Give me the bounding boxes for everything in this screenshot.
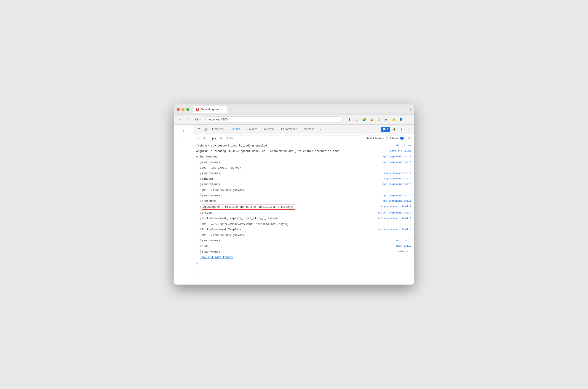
devtools-more-button[interactable]: ⋮ — [398, 126, 405, 132]
show-more-frames-line: Show 234 more frames — [194, 255, 414, 260]
minimize-traffic-light[interactable] — [182, 108, 185, 111]
traffic-lights — [177, 108, 189, 111]
tab-performance[interactable]: Performance — [278, 125, 300, 134]
log-text: [webpack-dev-server] Live Reloading enab… — [196, 144, 392, 148]
console-input[interactable] — [199, 262, 411, 265]
log-source-link[interactable]: app.component.ts:18 — [383, 155, 411, 159]
console-log-line: @(anonymous) app.component.ts:16 — [194, 182, 414, 187]
back-button[interactable]: ← — [177, 116, 183, 123]
log-source-link[interactable]: app.component.html:2 — [381, 205, 411, 209]
sidebar-collapse-button[interactable]: − — [180, 135, 187, 143]
clear-console-button[interactable]: ▷ — [195, 135, 201, 141]
console-log-line: Zone – HTMLInputElement.addEventListener… — [194, 222, 414, 227]
levels-dropdown-icon: ▾ — [383, 137, 385, 140]
tab-favicon: A — [196, 108, 199, 111]
expand-tabs-button[interactable]: ∨ — [409, 108, 411, 111]
log-text: @(anonymous) — [200, 239, 394, 243]
log-text: @(anonymous) — [200, 161, 381, 165]
more-tabs-button[interactable]: » — [317, 128, 323, 131]
highlighted-console-line: @AppComponent_Template_app_button_handle… — [194, 204, 414, 210]
console-log-line: @4431 main.ts:13 — [194, 244, 414, 249]
reload-button[interactable]: ↺ — [193, 116, 199, 123]
cast-button[interactable]: ⚙ — [376, 116, 382, 123]
ban-button[interactable]: ⊘ — [202, 135, 207, 141]
log-text: Angular is running in development mode. … — [196, 149, 389, 154]
issue-button[interactable]: 1 Issue: 1 — [388, 135, 406, 141]
console-log-line: @ButtonComponent_Template button.compone… — [194, 227, 414, 233]
extensions-button[interactable]: 🧩 — [361, 116, 367, 123]
devtools-actions: 💬 1 ⚙ ⋮ × — [381, 126, 412, 132]
devtools-settings-button[interactable]: ⚙ — [391, 126, 397, 132]
profile-button[interactable]: 🔒 — [368, 116, 375, 123]
log-text: @4431 — [200, 244, 394, 248]
tab-console[interactable]: Console — [227, 125, 244, 134]
eye-button[interactable]: 👁 — [219, 135, 224, 141]
inspect-element-button[interactable] — [195, 126, 202, 132]
bookmark-button[interactable]: ☆ — [354, 116, 360, 123]
context-label: top — [210, 137, 214, 140]
badge-count: 1 — [387, 128, 389, 131]
share-button[interactable]: ⬆ — [346, 116, 353, 123]
log-source-link[interactable]: main.js:2 — [398, 250, 411, 254]
console-log-line: @onClick button.component.ts:17 — [194, 210, 414, 216]
address-security-icon: ⓘ — [204, 118, 207, 121]
log-source-link[interactable]: app.component.ts:16 — [383, 194, 411, 198]
context-selector[interactable]: top ▾ — [208, 135, 218, 141]
chat-icon: 💬 — [383, 128, 386, 131]
filter-input[interactable] — [225, 135, 363, 141]
log-source-link[interactable]: app.component.ts:15 — [383, 199, 411, 203]
log-text: @(anonymous) — [200, 171, 382, 176]
console-log-line: @increment app.component.ts:15 — [194, 199, 414, 204]
log-source-link[interactable]: button.component.html:1 — [377, 216, 411, 221]
maximize-traffic-light[interactable] — [186, 108, 189, 111]
log-source-link[interactable]: app.component.ts:4 — [384, 177, 411, 181]
console-log-line: @(anonymous) app.component.ts:4 — [194, 171, 414, 176]
tab-memory[interactable]: Memory — [301, 125, 317, 134]
tab-sources[interactable]: Sources — [244, 125, 261, 134]
sidebar-expand-button[interactable]: + — [180, 127, 187, 135]
devtools-header: Elements Console Sources Network Perform… — [194, 125, 414, 134]
close-traffic-light[interactable] — [177, 108, 180, 111]
issue-count-badge: 1 — [400, 137, 404, 140]
console-log-line: @(anonymous) main.js:2 — [194, 249, 414, 255]
forward-button[interactable]: → — [185, 116, 191, 123]
nav-actions: ⬆ ☆ 🧩 🔒 ⚙ ★ 🔔 👤 ⋮ — [346, 116, 411, 123]
svg-rect-0 — [197, 128, 198, 129]
log-source-link[interactable]: app.component.ts:4 — [384, 171, 411, 176]
console-log-line: @(anonymous) main.ts:15 — [194, 238, 414, 244]
browser-tab[interactable]: A DemoAngular × — [193, 106, 227, 113]
log-source-link[interactable]: app.component.ts:18 — [383, 161, 411, 164]
new-tab-button[interactable]: + — [228, 106, 234, 113]
console-log-line: Zone – setTimeout (async) — [194, 165, 414, 171]
show-more-frames-link[interactable]: Show 234 more frames — [200, 255, 233, 260]
extensions2-button[interactable]: ★ — [383, 116, 389, 123]
console-settings-button[interactable]: ⚙ — [407, 135, 412, 141]
log-source-link[interactable]: button.component.html:1 — [377, 228, 411, 232]
notification-button[interactable]: 🔔 — [390, 116, 397, 123]
default-levels-button[interactable]: Default levels ▾ — [364, 135, 387, 141]
tab-close-button[interactable]: × — [220, 108, 224, 111]
tab-title: DemoAngular — [201, 108, 219, 111]
console-log-line: Zone – Promise.then (async) — [194, 188, 414, 193]
log-source-link[interactable]: main.ts:13 — [396, 244, 411, 248]
tab-network[interactable]: Network — [261, 125, 278, 134]
at-symbol: @ — [200, 205, 201, 209]
notifications-badge[interactable]: 💬 1 — [381, 127, 390, 132]
log-source-link[interactable]: main.ts:15 — [396, 239, 411, 243]
log-text: @AppComponent_Template_app_button_handle… — [200, 205, 379, 210]
log-source-link[interactable]: core.mjs:25627 — [390, 149, 411, 153]
tab-elements[interactable]: Elements — [209, 125, 227, 134]
sidebar: + − — [174, 125, 194, 285]
menu-button[interactable]: ⋮ — [405, 116, 411, 123]
log-source-link[interactable]: index.js:551 — [393, 144, 411, 148]
log-source-link[interactable]: app.component.ts:16 — [383, 182, 411, 187]
address-text: localhost:4200 — [208, 118, 228, 121]
devtools-panel: Elements Console Sources Network Perform… — [194, 125, 414, 285]
console-log-line: @timeout app.component.ts:4 — [194, 176, 414, 182]
devtools-close-button[interactable]: × — [406, 126, 412, 132]
log-source-link[interactable]: button.component.ts:17 — [378, 211, 411, 215]
profile2-button[interactable]: 👤 — [397, 116, 404, 123]
address-bar[interactable]: ⓘ localhost:4200 — [201, 116, 343, 123]
device-toolbar-button[interactable] — [202, 126, 208, 132]
log-text: @timeout — [200, 177, 382, 181]
